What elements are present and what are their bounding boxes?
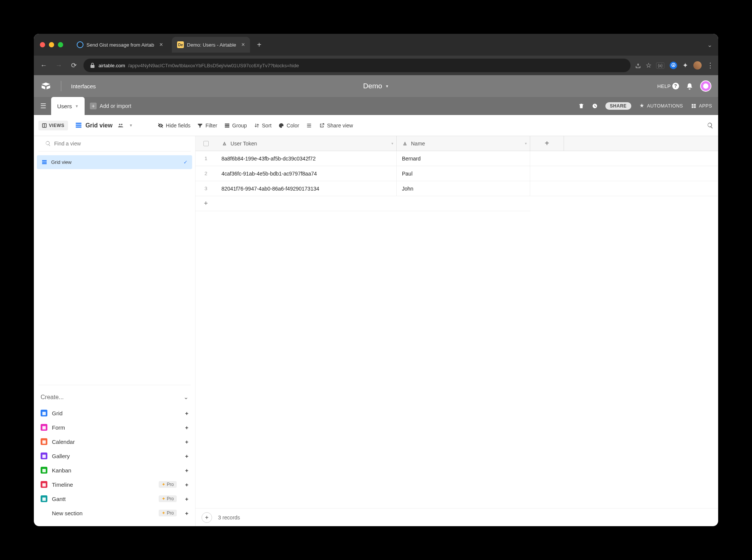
cell-user-token[interactable]: 4caf36fc-91ab-4e5b-bdb1-ac9797f8aa74 [216, 166, 397, 181]
cell-user-token[interactable]: 8a8f6b84-199e-43fb-af5b-dc39c0342f72 [216, 151, 397, 166]
plus-icon: + [185, 510, 188, 516]
browser-toolbar: ← → ⟳ airtable.com/appv4NyN9acICTm0w/tbl… [34, 56, 718, 75]
create-view-form[interactable]: ▦Form+ [41, 420, 188, 434]
browser-tab-active[interactable]: De Demo: Users - Airtable × [172, 37, 250, 53]
group-label: Group [232, 123, 247, 129]
base-name: Demo [363, 82, 382, 90]
check-icon: ✓ [183, 159, 188, 165]
tab-favicon-demo-icon: De [177, 41, 184, 48]
view-type-icon: ▦ [41, 410, 47, 416]
share-button[interactable]: SHARE [605, 102, 631, 110]
base-name-dropdown[interactable]: Demo ▼ [363, 82, 389, 90]
apps-button[interactable]: APPS [691, 103, 712, 109]
cell-name[interactable]: Bernard [397, 151, 530, 166]
notifications-bell-icon[interactable] [686, 82, 693, 90]
row-number: 2 [196, 166, 216, 181]
table-tab-users[interactable]: Users ▼ [51, 97, 85, 115]
sidebar-view-label: Grid view [51, 159, 71, 165]
table-row[interactable]: 3 82041f76-9947-4ab0-86a6-f49290173134 J… [196, 181, 718, 196]
group-button[interactable]: Group [224, 123, 247, 129]
airtable-logo-icon[interactable] [41, 81, 51, 91]
extension-badge-icon[interactable]: {a} [656, 62, 664, 69]
grid-footer: + 3 records [196, 508, 718, 526]
forward-button[interactable]: → [53, 62, 64, 70]
find-view-search[interactable] [38, 136, 191, 151]
browser-menu-icon[interactable]: ⋮ [707, 61, 714, 70]
chevron-down-icon: ▾ [391, 141, 393, 145]
row-height-button[interactable] [306, 123, 312, 129]
browser-tab-inactive[interactable]: Send Gist message from Airtab × [71, 37, 168, 53]
view-type-icon: ▦ [41, 424, 47, 431]
plus-icon: + [185, 467, 188, 474]
create-section-toggle[interactable]: Create... ⌄ [41, 391, 188, 406]
extension-1password-icon[interactable]: ⦿ [670, 62, 677, 69]
add-record-button[interactable]: + [202, 512, 212, 523]
view-type-icon: ▦ [41, 495, 47, 502]
plus-icon: + [185, 424, 188, 431]
extensions-puzzle-icon[interactable]: ✦ [682, 61, 688, 70]
close-tab-icon[interactable]: × [241, 41, 245, 48]
column-header-name[interactable]: Name ▾ [397, 136, 530, 151]
add-row-button[interactable]: + [196, 196, 530, 211]
sidebar-view-grid[interactable]: Grid view ✓ [37, 155, 192, 169]
current-view-dropdown[interactable]: Grid view ▼ [75, 122, 133, 129]
hide-fields-button[interactable]: Hide fields [158, 123, 190, 129]
interfaces-link[interactable]: Interfaces [71, 83, 96, 89]
account-chevron-icon[interactable]: ⌄ [707, 41, 712, 48]
create-view-kanban[interactable]: ▦Kanban+ [41, 463, 188, 477]
bookmark-star-icon[interactable]: ☆ [646, 61, 652, 70]
chevron-down-icon: ▼ [385, 84, 389, 88]
filter-button[interactable]: Filter [197, 123, 217, 129]
select-all-checkbox[interactable] [196, 136, 216, 151]
share-view-button[interactable]: Share view [319, 123, 353, 129]
pro-badge: ✦Pro [159, 510, 177, 516]
create-view-section: Create... ⌄ ▦Grid+▦Form+▦Calendar+▦Galle… [38, 385, 191, 526]
trash-icon[interactable] [578, 103, 584, 109]
create-view-timeline[interactable]: ▦Timeline✦Pro+ [41, 477, 188, 492]
reload-button[interactable]: ⟳ [68, 61, 79, 70]
add-or-import-button[interactable]: + Add or import [90, 103, 131, 109]
create-view-grid[interactable]: ▦Grid+ [41, 406, 188, 420]
help-button[interactable]: HELP ? [657, 83, 679, 89]
share-page-icon[interactable] [635, 62, 641, 69]
search-icon[interactable] [707, 122, 714, 129]
close-tab-icon[interactable]: × [159, 41, 163, 48]
sort-button[interactable]: Sort [254, 123, 272, 129]
chevron-down-icon: ▾ [525, 141, 527, 145]
lock-icon [89, 62, 96, 69]
chevron-down-icon: ▼ [75, 104, 79, 108]
create-view-label: Gantt [52, 496, 66, 502]
create-view-gantt[interactable]: ▦Gantt✦Pro+ [41, 492, 188, 506]
maximize-window-button[interactable] [58, 42, 63, 47]
grid-view-area: User Token ▾ Name ▾ + 1 8a8f6b84-199e-43… [196, 136, 718, 526]
automations-button[interactable]: AUTOMATIONS [639, 103, 683, 109]
history-icon[interactable] [592, 103, 598, 109]
cell-name[interactable]: Paul [397, 166, 530, 181]
table-menu-icon[interactable]: ☰ [38, 102, 49, 110]
browser-titlebar: Send Gist message from Airtab × De Demo:… [34, 34, 718, 56]
plus-icon: + [90, 103, 97, 109]
back-button[interactable]: ← [38, 62, 49, 70]
column-header-user-token[interactable]: User Token ▾ [216, 136, 397, 151]
address-bar[interactable]: airtable.com/appv4NyN9acICTm0w/tblaxoxYb… [83, 59, 631, 72]
find-view-input[interactable] [54, 141, 184, 147]
cell-name[interactable]: John [397, 181, 530, 196]
profile-avatar-icon[interactable] [693, 61, 702, 70]
create-view-gallery[interactable]: ▦Gallery+ [41, 449, 188, 463]
column-label: User Token [230, 141, 257, 147]
table-row[interactable]: 1 8a8f6b84-199e-43fb-af5b-dc39c0342f72 B… [196, 151, 718, 166]
sidebar-icon [42, 123, 47, 128]
new-tab-button[interactable]: + [257, 41, 261, 49]
minimize-window-button[interactable] [49, 42, 54, 47]
cell-user-token[interactable]: 82041f76-9947-4ab0-86a6-f49290173134 [216, 181, 397, 196]
close-window-button[interactable] [40, 42, 45, 47]
color-button[interactable]: Color [278, 123, 299, 129]
create-view-calendar[interactable]: ▦Calendar+ [41, 434, 188, 449]
user-avatar[interactable] [700, 80, 711, 92]
add-column-button[interactable]: + [530, 136, 564, 151]
views-toggle-label: VIEWS [49, 123, 64, 128]
create-view-new-section[interactable]: New section✦Pro+ [41, 506, 188, 520]
chevron-down-icon: ⌄ [183, 394, 188, 401]
views-sidebar-toggle[interactable]: VIEWS [38, 121, 68, 130]
table-row[interactable]: 2 4caf36fc-91ab-4e5b-bdb1-ac9797f8aa74 P… [196, 166, 718, 181]
